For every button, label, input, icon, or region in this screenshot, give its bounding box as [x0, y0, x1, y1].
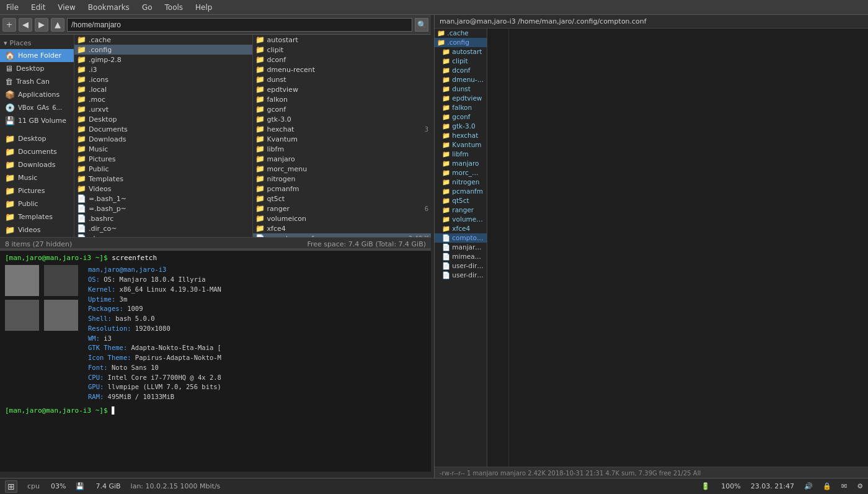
code-editor[interactable]: [509, 29, 868, 467]
eft-item[interactable]: 📄 user-dirs.locale: [435, 271, 487, 280]
eft-item[interactable]: 📁 dconf: [435, 66, 487, 75]
eft-item[interactable]: 📁 pcmanfm: [435, 187, 487, 196]
eft-item[interactable]: 📁 ranger: [435, 205, 487, 215]
eft-item[interactable]: 📄 mimeapps.list: [435, 252, 487, 261]
forward-button[interactable]: ▶: [35, 18, 48, 32]
sidebar-item-desktop[interactable]: 🖥 Desktop: [0, 62, 74, 75]
list-item[interactable]: 📁 libfm: [253, 144, 432, 154]
list-item[interactable]: 📁 .i3: [74, 65, 252, 74]
sidebar-folder-downloads[interactable]: 📁 Downloads: [0, 158, 74, 171]
sidebar-item-applications[interactable]: 📦 Applications: [0, 88, 74, 101]
eft-item[interactable]: 📁 qt5ct: [435, 196, 487, 205]
list-item[interactable]: 📄 =.bash_p~: [74, 204, 252, 213]
list-item[interactable]: 📁 dconf: [253, 55, 432, 65]
list-item[interactable]: 📁 falkon: [253, 94, 432, 104]
eft-item[interactable]: 📁 volumeicon: [435, 215, 487, 224]
eft-item[interactable]: 📄 manjaro-hello.json: [435, 243, 487, 252]
sound-icon[interactable]: 🔊: [804, 482, 813, 490]
list-item[interactable]: 📁 dmenu-recent: [253, 65, 432, 74]
sidebar-item-trash[interactable]: 🗑 Trash Can: [0, 75, 74, 88]
list-item[interactable]: 📁 ranger 6: [253, 204, 432, 213]
new-tab-button[interactable]: +: [2, 18, 16, 32]
eft-item[interactable]: 📁 clipit: [435, 56, 487, 66]
eft-item[interactable]: 📁 gtk-3.0: [435, 122, 487, 131]
list-item[interactable]: 📁 gconf: [253, 104, 432, 114]
mail-icon[interactable]: ✉: [841, 482, 847, 490]
list-item[interactable]: 📄 .dir_co~: [74, 223, 252, 233]
list-item[interactable]: 📁 xfce4: [253, 223, 432, 233]
list-item[interactable]: 📁 .gimp-2.8: [74, 55, 252, 65]
lock-icon[interactable]: 🔒: [823, 482, 831, 490]
eft-item-config[interactable]: 📁 .config: [435, 38, 487, 47]
list-item[interactable]: 📁 Desktop: [74, 114, 252, 124]
list-item[interactable]: 📁 qt5ct: [253, 194, 432, 204]
eft-item[interactable]: 📁 nitrogen: [435, 177, 487, 187]
list-item[interactable]: 📁 hexchat 3: [253, 124, 432, 134]
list-item[interactable]: 📁 Downloads: [74, 134, 252, 144]
back-button[interactable]: ◀: [19, 18, 32, 32]
eft-item-compton[interactable]: 📄 compton.conf: [435, 233, 487, 243]
list-item[interactable]: 📄 .bashrc: [74, 213, 252, 223]
list-item[interactable]: 📁 clipit: [253, 45, 432, 55]
sidebar-item-volume[interactable]: 💾 11 GB Volume: [0, 114, 74, 127]
menu-go[interactable]: Go: [140, 2, 155, 13]
list-item[interactable]: 📁 .local: [74, 84, 252, 94]
sidebar-item-home[interactable]: 🏠 Home Folder: [0, 49, 74, 62]
menu-edit[interactable]: Edit: [29, 2, 48, 13]
list-item[interactable]: 📁 Kvantum: [253, 134, 432, 144]
sidebar-folder-pictures[interactable]: 📁 Pictures: [0, 184, 74, 197]
terminal[interactable]: [man,jaro@man,jaro-i3 ~]$ screenfetch ma…: [0, 251, 431, 472]
eft-item[interactable]: 📁 Kvantum: [435, 140, 487, 150]
list-item[interactable]: 📁 volumeicon: [253, 213, 432, 223]
eft-item[interactable]: 📁 morc_menu: [435, 168, 487, 177]
eft-item[interactable]: 📁 dunst: [435, 84, 487, 94]
list-item[interactable]: 📁 .cache: [74, 35, 252, 45]
menu-view[interactable]: View: [55, 2, 78, 13]
sidebar-folder-templates[interactable]: 📁 Templates: [0, 210, 74, 223]
eft-item[interactable]: 📁 dmenu-recent: [435, 75, 487, 84]
list-item[interactable]: 📁 morc_menu: [253, 164, 432, 174]
menu-bookmarks[interactable]: Bookmarks: [86, 2, 132, 13]
eft-item[interactable]: 📁 falkon: [435, 103, 487, 112]
list-item[interactable]: 📁 Pictures: [74, 154, 252, 164]
settings-icon[interactable]: ⚙: [857, 482, 863, 490]
list-item[interactable]: 📁 autostart: [253, 35, 432, 45]
list-item[interactable]: 📁 epdtview: [253, 84, 432, 94]
sidebar-folder-music[interactable]: 📁 Music: [0, 171, 74, 184]
eft-item[interactable]: 📁 autostart: [435, 47, 487, 56]
list-item[interactable]: 📁 Templates: [74, 174, 252, 184]
menu-file[interactable]: File: [4, 2, 21, 13]
list-item[interactable]: 📁 .icons: [74, 74, 252, 84]
list-item[interactable]: 📁 Public: [74, 164, 252, 174]
list-item[interactable]: 📁 dunst: [253, 74, 432, 84]
list-item[interactable]: 📁 gtk-3.0: [253, 114, 432, 124]
path-input[interactable]: [67, 18, 412, 32]
sidebar-folder-videos[interactable]: 📁 Videos: [0, 223, 74, 236]
list-item[interactable]: 📁 pcmanfm: [253, 184, 432, 194]
list-item[interactable]: 📁 manjaro: [253, 154, 432, 164]
eft-item[interactable]: 📄 user-dirs.dirs: [435, 261, 487, 271]
eft-item[interactable]: 📁 hexchat: [435, 131, 487, 140]
search-button[interactable]: 🔍: [415, 18, 428, 32]
start-button[interactable]: ⊞: [5, 480, 17, 493]
up-button[interactable]: ▲: [51, 18, 64, 32]
eft-item[interactable]: 📁 libfm: [435, 150, 487, 159]
list-item[interactable]: 📄 =.bash_1~: [74, 194, 252, 204]
list-item[interactable]: 📁 .config: [74, 45, 252, 55]
sidebar-folder-documents[interactable]: 📁 Documents: [0, 145, 74, 158]
list-item[interactable]: 📁 nitrogen: [253, 174, 432, 184]
list-item[interactable]: 📁 .urxvt: [74, 104, 252, 114]
eft-item[interactable]: 📁 manjaro: [435, 159, 487, 168]
list-item[interactable]: 📁 Music: [74, 144, 252, 154]
menu-tools[interactable]: Tools: [162, 2, 186, 13]
eft-item[interactable]: 📁 xfce4: [435, 224, 487, 233]
list-item[interactable]: 📁 Videos: [74, 184, 252, 194]
menu-help[interactable]: Help: [193, 2, 215, 13]
list-item[interactable]: 📁 Documents: [74, 124, 252, 134]
eft-item[interactable]: 📁 epdtview: [435, 94, 487, 103]
sidebar-item-vbox[interactable]: 💿 VBox_GAs_6...: [0, 101, 74, 114]
eft-item[interactable]: 📁 .cache: [435, 29, 487, 38]
eft-item[interactable]: 📁 gconf: [435, 112, 487, 122]
list-item[interactable]: 📁 .moc: [74, 94, 252, 104]
sidebar-folder-desktop[interactable]: 📁 Desktop: [0, 132, 74, 145]
